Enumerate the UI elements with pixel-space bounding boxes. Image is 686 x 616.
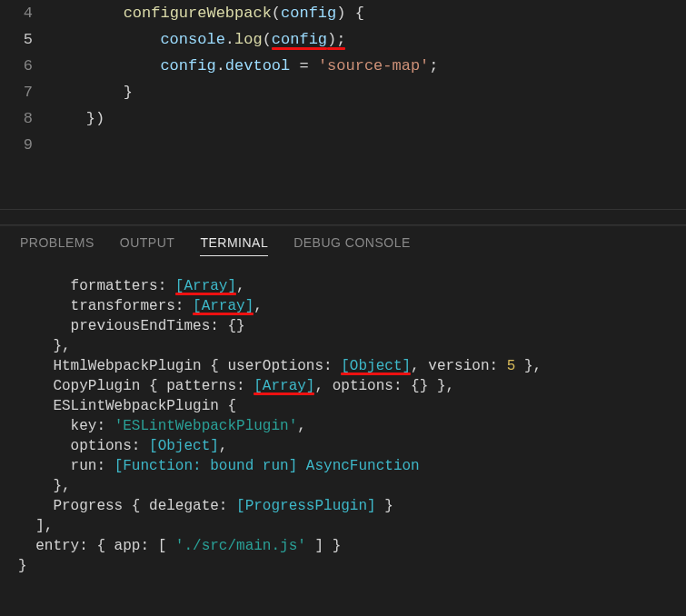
code-token: devtool: [225, 57, 290, 75]
terminal-token: CopyPlugin { patterns:: [18, 378, 254, 394]
terminal-token: ,: [297, 418, 306, 434]
terminal-token: , version:: [411, 358, 507, 374]
terminal-line: HtmlWebpackPlugin { userOptions: [Object…: [18, 356, 668, 376]
code-token: (: [263, 31, 272, 48]
line-number: 5: [0, 26, 33, 53]
code-token: config: [160, 57, 215, 75]
panel-tab-problems[interactable]: PROBLEMS: [20, 235, 94, 256]
terminal-token: },: [18, 338, 71, 354]
terminal-token: ],: [18, 518, 53, 534]
terminal-token: previousEndTimes: {}: [18, 318, 245, 334]
code-token: config: [272, 31, 327, 48]
terminal-token: HtmlWebpackPlugin { userOptions:: [18, 358, 341, 374]
terminal-line: options: [Object],: [18, 436, 668, 456]
code-token: 'source-map': [318, 57, 429, 75]
terminal-token: [Object]: [149, 438, 219, 454]
terminal-token: run:: [18, 458, 114, 474]
code-token: log: [234, 31, 263, 48]
terminal-token: entry: { app: [: [18, 538, 175, 554]
terminal-output[interactable]: formatters: [Array], transformers: [Arra…: [0, 265, 686, 576]
line-number: 4: [0, 0, 33, 26]
terminal-line: formatters: [Array],: [18, 276, 668, 296]
code-line[interactable]: [49, 132, 686, 158]
line-number: 7: [0, 79, 33, 105]
terminal-line: transformers: [Array],: [18, 296, 668, 316]
terminal-token: ,: [219, 438, 228, 454]
terminal-token: },: [515, 358, 542, 374]
terminal-line: run: [Function: bound run] AsyncFunction: [18, 456, 668, 476]
terminal-token: [Object]: [341, 358, 411, 374]
panel-divider: [0, 209, 686, 225]
terminal-line: ],: [18, 516, 668, 536]
code-editor[interactable]: 456789 configureWebpack(config) { consol…: [0, 0, 686, 209]
terminal-line: entry: { app: [ './src/main.js' ] }: [18, 536, 668, 556]
terminal-token: [Array]: [254, 378, 314, 394]
code-line[interactable]: config.devtool = 'source-map';: [49, 53, 686, 79]
terminal-token: },: [18, 478, 71, 494]
terminal-token: 'ESLintWebpackPlugin': [114, 418, 298, 434]
terminal-token: ,: [236, 278, 245, 294]
terminal-token: formatters:: [18, 278, 175, 294]
terminal-token: }: [376, 498, 393, 514]
terminal-token: ] }: [306, 538, 341, 554]
terminal-line: },: [18, 336, 668, 356]
code-line[interactable]: console.log(config);: [49, 26, 686, 53]
panel-tab-output[interactable]: OUTPUT: [120, 235, 175, 256]
code-token: console: [160, 31, 224, 48]
line-number: 6: [0, 53, 33, 79]
terminal-token: }: [18, 558, 27, 574]
terminal-line: }: [18, 556, 668, 576]
code-line[interactable]: }: [49, 79, 686, 105]
code-token: configureWebpack: [124, 5, 272, 22]
code-token: =: [290, 57, 318, 75]
terminal-line: ESLintWebpackPlugin {: [18, 396, 668, 416]
terminal-token: [Array]: [175, 278, 236, 294]
code-token: config: [281, 5, 336, 22]
terminal-token: 5: [507, 358, 516, 374]
code-body[interactable]: configureWebpack(config) { console.log(c…: [49, 0, 686, 209]
code-token: .: [225, 31, 234, 48]
terminal-line: Progress { delegate: [ProgressPlugin] }: [18, 496, 668, 516]
terminal-token: './src/main.js': [175, 538, 306, 554]
terminal-token: key:: [18, 418, 114, 434]
terminal-token: Progress { delegate:: [18, 498, 236, 514]
terminal-line: previousEndTimes: {}: [18, 316, 668, 336]
terminal-line: key: 'ESLintWebpackPlugin',: [18, 416, 668, 436]
code-token: .: [216, 57, 225, 75]
code-token: ) {: [336, 5, 364, 22]
line-gutter: 456789: [0, 0, 49, 209]
terminal-token: [Array]: [193, 298, 254, 314]
terminal-token: [Function: bound run] AsyncFunction: [114, 458, 420, 474]
code-token: (: [272, 5, 281, 22]
terminal-token: options:: [18, 438, 149, 454]
code-token: ;: [429, 57, 438, 75]
code-token: }): [86, 110, 104, 127]
terminal-token: transformers:: [18, 298, 193, 314]
code-token: );: [327, 31, 345, 48]
terminal-line: CopyPlugin { patterns: [Array], options:…: [18, 376, 668, 396]
panel-tabs[interactable]: PROBLEMSOUTPUTTERMINALDEBUG CONSOLE: [0, 225, 686, 265]
terminal-token: ESLintWebpackPlugin {: [18, 398, 236, 414]
terminal-token: [ProgressPlugin]: [236, 498, 376, 514]
panel-tab-debug-console[interactable]: DEBUG CONSOLE: [293, 235, 411, 256]
code-line[interactable]: }): [49, 105, 686, 132]
line-number: 8: [0, 105, 33, 132]
terminal-token: , options: {} },: [314, 378, 454, 394]
terminal-token: ,: [254, 298, 263, 314]
code-line[interactable]: configureWebpack(config) {: [49, 0, 686, 26]
panel-tab-terminal[interactable]: TERMINAL: [200, 235, 268, 256]
code-token: }: [124, 84, 133, 101]
terminal-line: },: [18, 476, 668, 496]
line-number: 9: [0, 132, 33, 158]
